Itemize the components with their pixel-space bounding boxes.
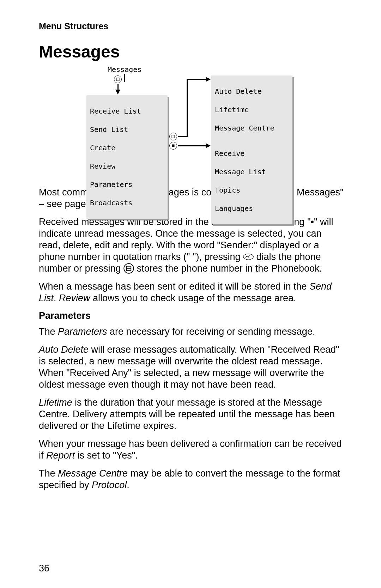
section-label: Menu Structures	[39, 21, 346, 31]
connector-line	[187, 79, 206, 80]
send-key-icon	[243, 251, 254, 262]
menu-item: Create	[90, 143, 164, 152]
paragraph: Most common use of the Messages is cover…	[39, 187, 346, 210]
subheading-parameters: Parameters	[39, 310, 346, 322]
page: Menu Structures Messages Messages Receiv…	[0, 0, 381, 588]
paragraph: Lifetime is the duration that your messa…	[39, 397, 346, 432]
arrow-down-icon	[115, 90, 120, 95]
diagram-heading: Messages	[108, 65, 141, 74]
connector-line	[178, 145, 206, 146]
paragraph: The Parameters are necessary for receivi…	[39, 326, 346, 338]
phonebook-key-icon	[123, 263, 134, 274]
arrow-right-icon	[206, 143, 211, 148]
page-title: Messages	[39, 42, 346, 61]
menu-item: Receive	[215, 149, 289, 158]
paragraph: When a message has been sent or edited i…	[39, 281, 346, 304]
paragraph: The Message Centre may be able to conver…	[39, 468, 346, 491]
page-number: 36	[39, 563, 49, 574]
menu-item: Message List	[215, 167, 289, 176]
connector-line	[187, 79, 188, 137]
menu-item: Send List	[90, 125, 164, 134]
menu-item: Auto Delete	[215, 87, 289, 96]
menu-box-main: Receive List Send List Create Review Par…	[86, 95, 168, 219]
menu-item: Parameters	[90, 180, 164, 189]
paragraph: When your message has been delivered a c…	[39, 438, 346, 461]
menu-item: Message Centre	[215, 123, 289, 133]
menu-item: Topics	[215, 186, 289, 195]
cursor-bar	[124, 74, 125, 82]
menu-item: Lifetime	[215, 105, 289, 114]
arrow-right-icon	[206, 77, 211, 82]
menu-item: Review	[90, 162, 164, 171]
connector-line	[178, 136, 187, 137]
select-icon	[169, 133, 177, 140]
menu-item: Receive List	[90, 107, 164, 116]
paragraph: Received messages will be stored in the …	[39, 216, 346, 274]
menu-item: Languages	[215, 204, 289, 213]
menu-diagram: Messages Receive List Send List Create R…	[39, 65, 346, 181]
menu-item: Broadcasts	[90, 198, 164, 207]
select-icon	[169, 142, 177, 150]
paragraph: Auto Delete will erase messages automati…	[39, 344, 346, 390]
body-text: Most common use of the Messages is cover…	[39, 187, 346, 491]
select-icon	[114, 75, 122, 83]
menu-box-broadcasts: Receive Message List Topics Languages	[211, 138, 292, 224]
